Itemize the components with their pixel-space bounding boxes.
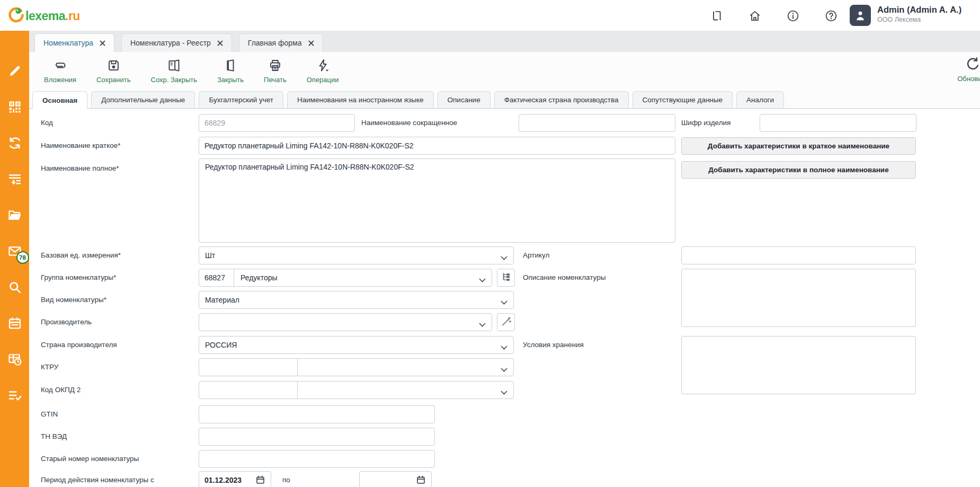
subtab-fakticheskaya-strana[interactable]: Фактическая страна производства: [494, 91, 629, 108]
country-label: Страна производителя: [41, 336, 117, 354]
polnoe-textarea[interactable]: Редуктор планетарный Liming FA142-10N-R8…: [199, 158, 675, 243]
subtab-naimenovaniya-inostr[interactable]: Наименования на иностранном языке: [287, 91, 434, 108]
sub-tab-bar: Основная Дополнительные данные Бухгалтер…: [32, 91, 788, 108]
close-icon[interactable]: [308, 40, 314, 46]
qr-code-icon[interactable]: [7, 100, 22, 114]
folder-icon[interactable]: [7, 208, 22, 223]
close-button[interactable]: Закрыть: [214, 57, 247, 84]
left-sidebar: 78: [0, 31, 29, 487]
tab-nomenklatura-reestr[interactable]: Номенклатура - Реестр: [121, 33, 232, 52]
shifr-input[interactable]: [760, 114, 916, 132]
avatar[interactable]: [850, 5, 871, 26]
attachments-button[interactable]: Вложения: [41, 57, 79, 84]
operations-button[interactable]: Операции: [304, 57, 342, 84]
close-icon[interactable]: [217, 40, 223, 46]
home-icon[interactable]: [748, 9, 762, 23]
short-name-input[interactable]: [519, 114, 675, 132]
door-icon: [224, 57, 238, 73]
okpd2-select[interactable]: [199, 381, 514, 399]
chevron-down-icon: [501, 388, 507, 397]
shifr-label: Шифр изделия: [681, 114, 730, 132]
sync-icon[interactable]: [7, 136, 22, 150]
period-to-input[interactable]: [359, 471, 432, 487]
form-main: Код Наименование сокращенное Шифр издели…: [29, 108, 980, 487]
lightning-icon: [316, 57, 330, 73]
subtab-soputstvuyushchie[interactable]: Сопутствующие данные: [632, 91, 733, 108]
search-icon[interactable]: [7, 280, 22, 295]
group-label: Группа номенклатуры*: [41, 269, 116, 287]
kratkoe-input[interactable]: [199, 137, 675, 155]
mail-icon[interactable]: 78: [7, 244, 22, 259]
vid-select[interactable]: Материал: [199, 291, 514, 309]
add-characteristics-full-button[interactable]: Добавить характеристики в полное наимено…: [681, 161, 916, 179]
add-characteristics-short-button[interactable]: Добавить характеристики в краткое наимен…: [681, 137, 916, 155]
group-select[interactable]: 68827 Редукторы: [199, 269, 492, 287]
save-label: Сохранить: [96, 76, 131, 84]
ktru-label: КТРУ: [41, 358, 58, 376]
country-select[interactable]: РОССИЯ: [199, 336, 514, 354]
import-list-icon[interactable]: [7, 172, 22, 187]
processes-icon[interactable]: [710, 9, 724, 23]
user-name: Admin (Admin A. A.): [877, 5, 961, 15]
kod-label: Код: [41, 114, 53, 132]
report-clock-icon[interactable]: [7, 352, 22, 367]
tab-label: Номенклатура: [43, 39, 93, 47]
tab-label: Номенклатура - Реестр: [130, 39, 211, 47]
chevron-down-icon: [501, 254, 507, 262]
chevron-down-icon: [501, 366, 507, 374]
save-close-button[interactable]: Сохр. Закрыть: [148, 57, 201, 84]
help-icon[interactable]: [824, 9, 838, 23]
info-icon[interactable]: [786, 9, 800, 23]
refresh-button[interactable]: Обновить: [957, 56, 980, 83]
gtin-input[interactable]: [199, 405, 435, 423]
toolbar: Вложения Сохранить Сохр. Закрыть Закрыть…: [41, 57, 342, 84]
kod-input[interactable]: [199, 114, 355, 132]
user-org: ООО Лексема: [877, 16, 961, 23]
group-tree-button[interactable]: [497, 269, 515, 287]
storage-textarea[interactable]: [681, 336, 916, 394]
save-button[interactable]: Сохранить: [93, 57, 134, 84]
manufacturer-wand-button[interactable]: [497, 313, 515, 331]
artikul-input[interactable]: [681, 246, 916, 264]
user-info[interactable]: Admin (Admin A. A.) ООО Лексема: [877, 5, 961, 23]
storage-label: Условия хранения: [523, 336, 584, 354]
chevron-down-icon: [501, 343, 507, 352]
base-unit-select[interactable]: Шт: [199, 246, 514, 264]
base-unit-label: Базовая ед. измерения*: [41, 246, 121, 264]
attachments-label: Вложения: [44, 76, 76, 84]
subtab-osnovnaya[interactable]: Основная: [32, 91, 87, 109]
artikul-label: Артикул: [523, 246, 549, 264]
main-tab-strip: Номенклатура Номенклатура - Реестр Главн…: [0, 31, 980, 52]
top-bar: lexema.ru Admin (Admin A. A.) ООО Лексем…: [0, 0, 980, 31]
lexema-logo[interactable]: lexema.ru: [7, 6, 80, 25]
chevron-down-icon: [479, 321, 486, 329]
toolbar-panel: Вложения Сохранить Сохр. Закрыть Закрыть…: [29, 52, 980, 108]
polnoe-label: Наименование полное*: [41, 160, 119, 178]
tnved-label: ТН ВЭД: [41, 428, 67, 446]
ktru-code: [199, 359, 298, 376]
nom-description-label: Описание номенклатуры: [523, 269, 605, 287]
tnved-input[interactable]: [199, 428, 435, 446]
subtab-dopolnitelnye-dannye[interactable]: Дополнительные данные: [91, 91, 195, 108]
ktru-select[interactable]: [199, 358, 514, 376]
close-icon[interactable]: [100, 40, 105, 46]
group-code: 68827: [199, 269, 234, 286]
tab-nomenklatura[interactable]: Номенклатура: [34, 33, 114, 52]
operations-label: Операции: [307, 76, 339, 84]
kratkoe-label: Наименование краткое*: [41, 137, 120, 155]
pencil-icon[interactable]: [7, 64, 22, 78]
subtab-opisanie[interactable]: Описание: [438, 91, 491, 108]
lexema-logo-icon: [7, 6, 24, 25]
checklist-icon[interactable]: [7, 388, 22, 403]
print-label: Печать: [264, 76, 287, 84]
nom-description-textarea[interactable]: [681, 269, 916, 327]
period-from-label: Период действия номенклатуры с: [41, 471, 154, 487]
manufacturer-select[interactable]: [199, 313, 492, 331]
tab-glavnaya-forma[interactable]: Главная форма: [239, 33, 323, 52]
subtab-analogi[interactable]: Аналоги: [736, 91, 784, 108]
calendar-icon[interactable]: [7, 316, 22, 331]
subtab-buhgalterskij-uchet[interactable]: Бухгалтерский учет: [199, 91, 283, 108]
period-from-input[interactable]: [199, 471, 271, 487]
old-number-input[interactable]: [199, 450, 435, 468]
print-button[interactable]: Печать: [261, 57, 290, 84]
